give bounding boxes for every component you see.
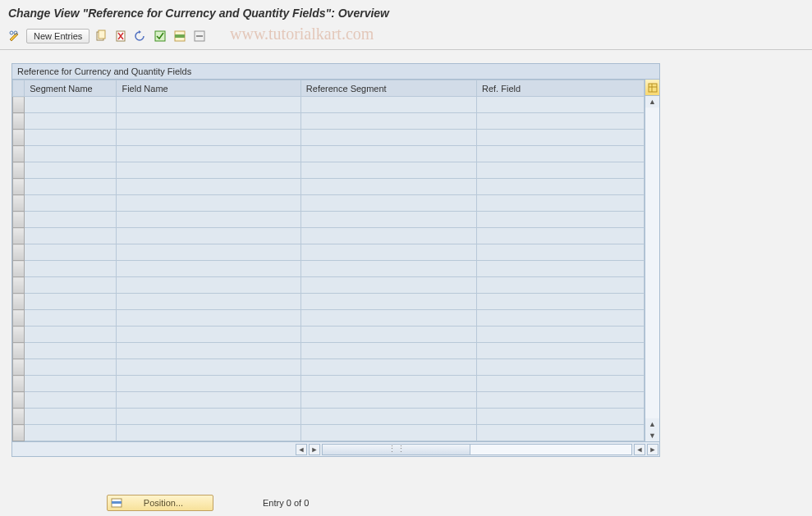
cell-segment-name[interactable] <box>25 294 117 310</box>
cell-ref-field[interactable] <box>477 409 645 425</box>
cell-field-name[interactable] <box>117 244 300 261</box>
cell-reference-segment[interactable] <box>300 409 476 425</box>
row-selector[interactable] <box>13 294 25 310</box>
row-selector[interactable] <box>13 146 25 162</box>
table-row[interactable] <box>13 179 645 195</box>
delete-button[interactable] <box>112 28 129 44</box>
cell-field-name[interactable] <box>117 162 300 179</box>
table-row[interactable] <box>13 228 645 244</box>
row-selector[interactable] <box>13 130 25 146</box>
row-selector[interactable] <box>13 162 25 179</box>
row-selector[interactable] <box>13 326 25 343</box>
vscroll-track[interactable] <box>645 107 659 418</box>
table-row[interactable] <box>13 195 645 212</box>
row-selector[interactable] <box>13 97 25 113</box>
table-row[interactable] <box>13 392 645 409</box>
cell-reference-segment[interactable] <box>300 212 476 228</box>
row-selector[interactable] <box>13 179 25 195</box>
cell-ref-field[interactable] <box>477 146 645 162</box>
cell-reference-segment[interactable] <box>300 392 476 409</box>
cell-field-name[interactable] <box>117 261 300 277</box>
cell-segment-name[interactable] <box>25 326 117 343</box>
col-ref-field[interactable]: Ref. Field <box>477 80 645 97</box>
cell-segment-name[interactable] <box>25 343 117 359</box>
table-row[interactable] <box>13 359 645 376</box>
cell-reference-segment[interactable] <box>300 195 476 212</box>
table-row[interactable] <box>13 212 645 228</box>
cell-field-name[interactable] <box>117 425 300 441</box>
row-selector[interactable] <box>13 212 25 228</box>
table-row[interactable] <box>13 425 645 441</box>
cell-field-name[interactable] <box>117 294 300 310</box>
table-row[interactable] <box>13 261 645 277</box>
cell-reference-segment[interactable] <box>300 277 476 294</box>
cell-reference-segment[interactable] <box>300 244 476 261</box>
row-selector[interactable] <box>13 425 25 441</box>
cell-field-name[interactable] <box>117 343 300 359</box>
cell-field-name[interactable] <box>117 179 300 195</box>
cell-segment-name[interactable] <box>25 130 117 146</box>
new-entries-button[interactable]: New Entries <box>26 29 89 43</box>
scroll-right-step-button[interactable]: ► <box>309 444 320 455</box>
cell-ref-field[interactable] <box>477 97 645 113</box>
row-selector[interactable] <box>13 244 25 261</box>
scroll-left-end-button[interactable]: ◄ <box>634 444 645 455</box>
cell-segment-name[interactable] <box>25 162 117 179</box>
cell-reference-segment[interactable] <box>300 113 476 130</box>
table-row[interactable] <box>13 244 645 261</box>
row-selector[interactable] <box>13 343 25 359</box>
cell-reference-segment[interactable] <box>300 130 476 146</box>
select-all-button[interactable] <box>152 28 168 44</box>
cell-field-name[interactable] <box>117 376 300 392</box>
row-selector[interactable] <box>13 228 25 244</box>
cell-reference-segment[interactable] <box>300 343 476 359</box>
cell-segment-name[interactable] <box>25 310 117 326</box>
cell-ref-field[interactable] <box>477 261 645 277</box>
cell-field-name[interactable] <box>117 359 300 376</box>
table-row[interactable] <box>13 326 645 343</box>
cell-segment-name[interactable] <box>25 228 117 244</box>
table-row[interactable] <box>13 294 645 310</box>
table-row[interactable] <box>13 130 645 146</box>
cell-ref-field[interactable] <box>477 343 645 359</box>
row-selector[interactable] <box>13 392 25 409</box>
col-reference-segment[interactable]: Reference Segment <box>300 80 476 97</box>
cell-ref-field[interactable] <box>477 162 645 179</box>
cell-ref-field[interactable] <box>477 212 645 228</box>
position-button[interactable]: Position... <box>107 495 213 511</box>
row-selector[interactable] <box>13 277 25 294</box>
scroll-up-button[interactable]: ▲ <box>645 96 659 107</box>
cell-reference-segment[interactable] <box>300 261 476 277</box>
cell-ref-field[interactable] <box>477 376 645 392</box>
row-selector[interactable] <box>13 310 25 326</box>
table-row[interactable] <box>13 376 645 392</box>
cell-reference-segment[interactable] <box>300 326 476 343</box>
cell-reference-segment[interactable] <box>300 359 476 376</box>
cell-ref-field[interactable] <box>477 113 645 130</box>
cell-field-name[interactable] <box>117 146 300 162</box>
cell-field-name[interactable] <box>117 326 300 343</box>
cell-segment-name[interactable] <box>25 113 117 130</box>
cell-reference-segment[interactable] <box>300 97 476 113</box>
cell-ref-field[interactable] <box>477 277 645 294</box>
cell-ref-field[interactable] <box>477 228 645 244</box>
cell-ref-field[interactable] <box>477 130 645 146</box>
cell-ref-field[interactable] <box>477 244 645 261</box>
select-block-button[interactable] <box>172 28 188 44</box>
cell-reference-segment[interactable] <box>300 228 476 244</box>
cell-field-name[interactable] <box>117 277 300 294</box>
cell-segment-name[interactable] <box>25 359 117 376</box>
cell-reference-segment[interactable] <box>300 179 476 195</box>
cell-ref-field[interactable] <box>477 294 645 310</box>
cell-field-name[interactable] <box>117 130 300 146</box>
cell-field-name[interactable] <box>117 409 300 425</box>
copy-as-button[interactable] <box>93 28 109 44</box>
cell-segment-name[interactable] <box>25 409 117 425</box>
scroll-down-button[interactable]: ▼ <box>645 430 659 441</box>
table-row[interactable] <box>13 409 645 425</box>
row-selector[interactable] <box>13 195 25 212</box>
cell-segment-name[interactable] <box>25 244 117 261</box>
cell-segment-name[interactable] <box>25 146 117 162</box>
row-selector[interactable] <box>13 376 25 392</box>
cell-ref-field[interactable] <box>477 310 645 326</box>
